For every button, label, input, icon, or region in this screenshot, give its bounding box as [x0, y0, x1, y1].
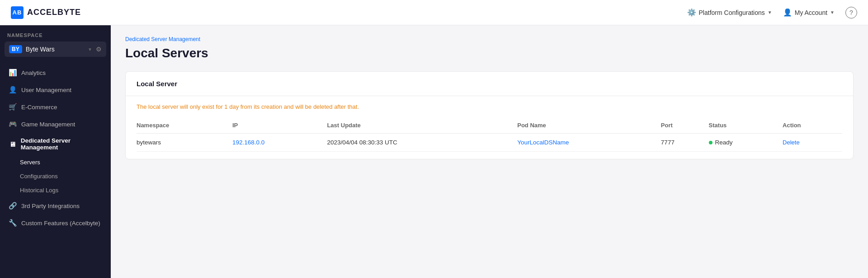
sidebar-item-servers[interactable]: Servers: [20, 155, 111, 169]
namespace-gear-icon[interactable]: ⚙: [96, 46, 102, 53]
configurations-label: Configurations: [20, 173, 58, 180]
help-icon: ?: [849, 9, 853, 16]
ip-link[interactable]: 192.168.0.0: [232, 139, 264, 146]
table-row: bytewars 192.168.0.0 2023/04/04 08:30:33…: [137, 134, 842, 152]
3rd-party-icon: 🔗: [9, 202, 17, 210]
top-navigation: AB ACCELBYTE ⚙️ Platform Configurations …: [0, 0, 868, 25]
main-inner: Dedicated Server Management Local Server…: [111, 25, 868, 170]
namespace-label: NAMESPACE: [0, 25, 111, 42]
gear-icon: ⚙️: [687, 8, 696, 17]
sidebar-item-analytics[interactable]: 📊 Analytics: [0, 64, 111, 81]
namespace-selector[interactable]: BY Byte Wars ▼ ⚙: [5, 42, 106, 57]
sidebar: NAMESPACE BY Byte Wars ▼ ⚙ 📊 Analytics 👤…: [0, 25, 111, 278]
platform-configurations-menu[interactable]: ⚙️ Platform Configurations ▼: [687, 8, 772, 17]
sidebar-item-label: Game Management: [21, 121, 75, 128]
analytics-icon: 📊: [9, 69, 17, 77]
logo-icon: AB: [11, 6, 24, 19]
sidebar-item-label: User Management: [21, 87, 71, 93]
cell-pod-name: YourLocalDSName: [517, 134, 661, 152]
pod-name-link[interactable]: YourLocalDSName: [517, 139, 569, 146]
ecommerce-icon: 🛒: [9, 103, 17, 111]
cell-status: Ready: [709, 134, 783, 152]
status-label: Ready: [715, 139, 733, 146]
breadcrumb[interactable]: Dedicated Server Management: [125, 36, 854, 42]
table-body: bytewars 192.168.0.0 2023/04/04 08:30:33…: [137, 134, 842, 152]
custom-features-icon: 🔧: [9, 219, 17, 227]
col-pod-name: Pod Name: [517, 117, 661, 134]
chevron-down-icon: ▼: [830, 10, 835, 15]
sidebar-item-ecommerce[interactable]: 🛒 E-Commerce: [0, 98, 111, 116]
platform-configurations-label: Platform Configurations: [699, 9, 765, 16]
table-wrap: Namespace IP Last Update Pod Name Port S…: [137, 117, 842, 152]
status-dot-icon: [709, 141, 712, 144]
user-management-icon: 👤: [9, 86, 17, 94]
sidebar-item-3rd-party[interactable]: 🔗 3rd Party Integrations: [0, 197, 111, 214]
cell-last-update: 2023/04/04 08:30:33 UTC: [327, 134, 517, 152]
sidebar-item-dedicated-server-management[interactable]: 🖥 Dedicated Server Management: [0, 133, 111, 155]
dsm-sub-nav: Servers Configurations Historical Logs: [0, 155, 111, 197]
sidebar-item-label: Dedicated Server Management: [21, 137, 104, 151]
local-servers-table: Namespace IP Last Update Pod Name Port S…: [137, 117, 842, 152]
sidebar-item-configurations[interactable]: Configurations: [20, 169, 111, 183]
main-layout: NAMESPACE BY Byte Wars ▼ ⚙ 📊 Analytics 👤…: [0, 25, 868, 278]
col-last-update: Last Update: [327, 117, 517, 134]
local-server-card: Local Server The local server will only …: [125, 71, 854, 159]
card-body: The local server will only exist for 1 d…: [126, 96, 853, 159]
my-account-label: My Account: [795, 9, 827, 16]
chevron-down-icon: ▼: [768, 10, 772, 15]
col-status: Status: [709, 117, 783, 134]
servers-label: Servers: [20, 159, 40, 166]
sidebar-item-custom-features[interactable]: 🔧 Custom Features (Accelbyte): [0, 214, 111, 232]
card-header: Local Server: [126, 72, 853, 96]
sidebar-item-label: E-Commerce: [21, 104, 57, 111]
sidebar-item-label: Analytics: [21, 70, 46, 76]
sidebar-item-game-management[interactable]: 🎮 Game Management: [0, 116, 111, 133]
col-action: Action: [783, 117, 842, 134]
game-management-icon: 🎮: [9, 120, 17, 128]
main-content: Dedicated Server Management Local Server…: [111, 25, 868, 278]
cell-ip: 192.168.0.0: [232, 134, 327, 152]
help-button[interactable]: ?: [845, 7, 857, 19]
logo-name: ACCELBYTE: [27, 8, 81, 17]
sidebar-item-label: 3rd Party Integrations: [21, 203, 80, 209]
col-ip: IP: [232, 117, 327, 134]
page-title: Local Servers: [125, 46, 854, 60]
sidebar-item-historical-logs[interactable]: Historical Logs: [20, 183, 111, 197]
cell-namespace: bytewars: [137, 134, 232, 152]
cell-port: 7777: [661, 134, 709, 152]
namespace-name: Byte Wars: [26, 46, 84, 53]
topnav-right: ⚙️ Platform Configurations ▼ 👤 My Accoun…: [687, 7, 857, 19]
my-account-menu[interactable]: 👤 My Account ▼: [783, 8, 835, 17]
server-icon: 🖥: [9, 140, 16, 148]
status-ready: Ready: [709, 139, 778, 146]
cell-action: Delete: [783, 134, 842, 152]
historical-logs-label: Historical Logs: [20, 187, 58, 194]
chevron-down-icon: ▼: [88, 47, 92, 52]
info-text: The local server will only exist for 1 d…: [137, 103, 842, 110]
col-namespace: Namespace: [137, 117, 232, 134]
sidebar-item-label: Custom Features (Accelbyte): [21, 220, 100, 227]
logo: AB ACCELBYTE: [11, 6, 81, 19]
user-icon: 👤: [783, 8, 792, 17]
namespace-badge: BY: [9, 45, 22, 53]
sidebar-item-user-management[interactable]: 👤 User Management: [0, 81, 111, 98]
col-port: Port: [661, 117, 709, 134]
table-header: Namespace IP Last Update Pod Name Port S…: [137, 117, 842, 134]
delete-button[interactable]: Delete: [783, 139, 800, 146]
sidebar-nav: 📊 Analytics 👤 User Management 🛒 E-Commer…: [0, 60, 111, 278]
